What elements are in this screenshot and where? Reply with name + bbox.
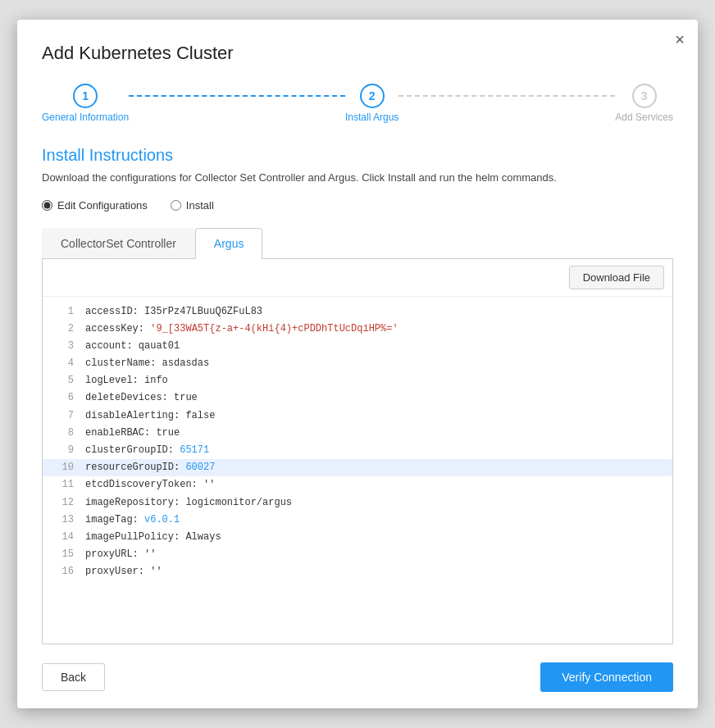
- code-line: 6deleteDevices: true: [43, 389, 672, 407]
- code-line: 9clusterGroupID: 65171: [43, 442, 672, 459]
- connector-1-2: [129, 95, 345, 97]
- code-line: 7disableAlerting: false: [43, 407, 672, 425]
- code-line: 2accessKey: '9_[33WA5T{z-a+-4(kHi{4)+cPD…: [43, 321, 672, 338]
- download-file-button[interactable]: Download File: [569, 266, 664, 289]
- connector-2-3: [398, 95, 615, 97]
- code-line: 3account: qauat01: [43, 338, 672, 355]
- modal-footer: Back Verify Connection: [42, 662, 673, 692]
- line-content: deleteDevices: true: [85, 390, 198, 406]
- back-button[interactable]: Back: [42, 663, 105, 691]
- mode-radio-group: Edit Configurations Install: [42, 199, 673, 212]
- tab-bar: CollectorSet Controller Argus: [42, 228, 673, 259]
- tab-argus[interactable]: Argus: [195, 228, 263, 259]
- line-number: 4: [51, 356, 74, 371]
- line-number: 11: [51, 477, 74, 493]
- code-line: 12imageRepository: logicmonitor/argus: [43, 494, 672, 512]
- code-area[interactable]: 1accessID: I35rPz47LBuuQ6ZFuL832accessKe…: [43, 297, 672, 576]
- code-line: 11etcdDiscoveryToken: '': [43, 476, 672, 494]
- line-content: resourceGroupID: 60027: [85, 460, 215, 475]
- line-content: proxyURL: '': [85, 547, 156, 562]
- line-content: proxyUser: '': [85, 564, 162, 575]
- line-number: 12: [51, 495, 74, 511]
- radio-edit-label: Edit Configurations: [57, 199, 148, 212]
- stepper: 1 General Information 2 Install Argus 3 …: [42, 84, 673, 123]
- download-btn-wrapper: Download File: [43, 259, 672, 297]
- radio-edit-configurations[interactable]: Edit Configurations: [42, 199, 148, 212]
- close-button[interactable]: ×: [675, 31, 685, 48]
- code-line: 5logLevel: info: [43, 372, 672, 389]
- line-content: logLevel: info: [85, 373, 168, 389]
- add-kubernetes-modal: × Add Kubernetes Cluster 1 General Infor…: [17, 20, 698, 708]
- code-line: 16proxyUser: '': [43, 563, 672, 575]
- line-number: 7: [51, 408, 74, 424]
- line-number: 3: [51, 339, 74, 354]
- line-number: 15: [51, 547, 74, 562]
- line-content: accessID: I35rPz47LBuuQ6ZFuL83: [85, 304, 262, 320]
- step-3-circle: 3: [632, 84, 657, 108]
- code-line: 10resourceGroupID: 60027: [43, 459, 672, 476]
- line-content: account: qauat01: [85, 339, 180, 354]
- line-content: disableAlerting: false: [85, 408, 215, 424]
- tab-collectorset-controller[interactable]: CollectorSet Controller: [42, 228, 195, 258]
- step-3: 3 Add Services: [615, 84, 673, 123]
- line-number: 5: [51, 373, 74, 389]
- line-number: 13: [51, 512, 74, 528]
- line-number: 14: [51, 530, 74, 545]
- step-2-circle: 2: [360, 84, 385, 108]
- step-1-label: General Information: [42, 111, 129, 123]
- verify-connection-button[interactable]: Verify Connection: [540, 662, 673, 692]
- step-1-circle: 1: [73, 84, 98, 108]
- radio-install[interactable]: Install: [171, 199, 214, 212]
- code-line: 13imageTag: v6.0.1: [43, 512, 672, 529]
- step-3-label: Add Services: [615, 111, 673, 123]
- line-content: imageTag: v6.0.1: [85, 512, 180, 528]
- line-number: 6: [51, 390, 74, 406]
- line-content: enableRBAC: true: [85, 425, 180, 441]
- code-line: 1accessID: I35rPz47LBuuQ6ZFuL83: [43, 303, 672, 321]
- step-2: 2 Install Argus: [345, 84, 398, 123]
- line-content: accessKey: '9_[33WA5T{z-a+-4(kHi{4)+cPDD…: [85, 321, 398, 337]
- code-line: 14imagePullPolicy: Always: [43, 529, 672, 546]
- line-number: 8: [51, 425, 74, 441]
- section-title: Install Instructions: [42, 146, 673, 165]
- line-number: 10: [51, 460, 74, 475]
- line-number: 9: [51, 443, 74, 458]
- code-line: 15proxyURL: '': [43, 546, 672, 563]
- code-line: 8enableRBAC: true: [43, 425, 672, 442]
- line-number: 1: [51, 304, 74, 320]
- line-content: etcdDiscoveryToken: '': [85, 477, 215, 493]
- step-2-label: Install Argus: [345, 111, 398, 123]
- line-number: 16: [51, 564, 74, 575]
- modal-title: Add Kubernetes Cluster: [42, 43, 673, 64]
- line-content: imageRepository: logicmonitor/argus: [85, 495, 292, 511]
- line-content: imagePullPolicy: Always: [85, 530, 221, 545]
- code-line: 4clusterName: asdasdas: [43, 355, 672, 372]
- section-description: Download the configurations for Collecto…: [42, 170, 673, 186]
- line-content: clusterName: asdasdas: [85, 356, 209, 371]
- radio-install-label: Install: [186, 199, 214, 212]
- step-1: 1 General Information: [42, 84, 129, 123]
- code-container: Download File 1accessID: I35rPz47LBuuQ6Z…: [42, 259, 673, 645]
- line-content: clusterGroupID: 65171: [85, 443, 209, 458]
- line-number: 2: [51, 321, 74, 337]
